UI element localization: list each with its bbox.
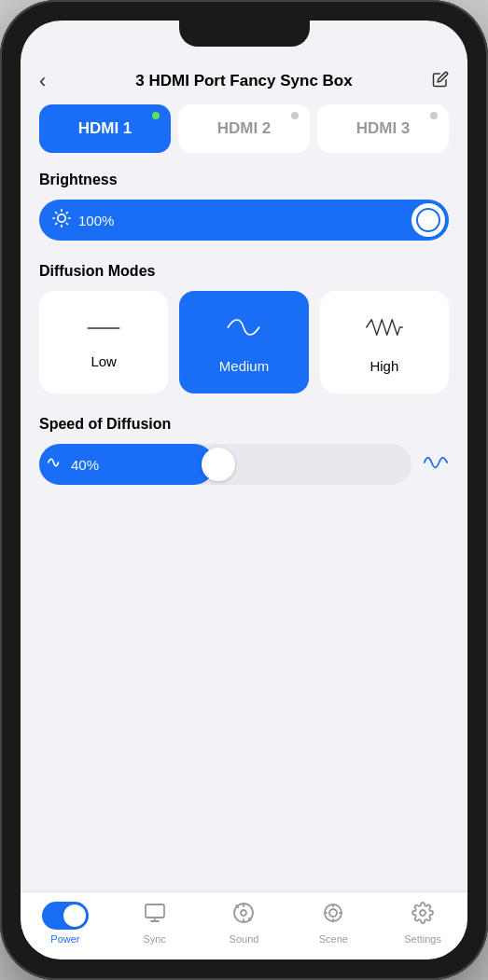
svg-point-0 [58, 214, 65, 221]
hdmi-tab-group: HDMI 1 HDMI 2 HDMI 3 [21, 104, 467, 168]
power-switch[interactable] [42, 902, 89, 930]
svg-point-24 [420, 910, 425, 916]
mode-medium[interactable]: Medium [179, 291, 308, 393]
phone-shell: ‹ 3 HDMI Port Fancy Sync Box HDMI 1 HDMI… [0, 0, 488, 980]
power-toggle[interactable] [42, 902, 89, 930]
diffusion-mode-group: Low Medium [39, 291, 449, 393]
power-knob [63, 904, 86, 927]
brightness-thumb[interactable] [411, 203, 445, 237]
speed-thumb[interactable] [202, 448, 235, 481]
diffusion-title: Diffusion Modes [39, 263, 449, 280]
speed-value: 40% [71, 457, 99, 473]
tab-hdmi1[interactable]: HDMI 1 [39, 104, 171, 153]
nav-power[interactable]: Power [21, 902, 110, 945]
svg-point-13 [241, 910, 246, 916]
nav-sync[interactable]: Sync [110, 902, 200, 945]
sync-icon [144, 902, 166, 930]
header: ‹ 3 HDMI Port Fancy Sync Box [21, 62, 467, 104]
settings-icon [411, 902, 434, 930]
tab-hdmi2[interactable]: HDMI 2 [178, 104, 310, 153]
speed-row: 40% [39, 444, 449, 485]
main-content: Brightness 100% [21, 168, 467, 891]
hdmi3-status-dot [430, 112, 438, 119]
mode-low-label: Low [91, 353, 117, 369]
svg-point-18 [329, 909, 337, 917]
speed-wave-icon [47, 453, 65, 476]
svg-line-7 [56, 223, 57, 224]
hdmi2-status-dot [291, 112, 299, 119]
tab-hdmi3[interactable]: HDMI 3 [317, 104, 449, 153]
page-title: 3 HDMI Port Fancy Sync Box [69, 72, 419, 90]
nav-settings[interactable]: Settings [378, 902, 467, 945]
mode-high-label: High [369, 358, 398, 374]
scene-label: Scene [319, 933, 348, 945]
brightness-thumb-inner [416, 208, 440, 232]
brightness-value: 100% [78, 213, 411, 228]
edit-button[interactable] [419, 71, 449, 92]
low-wave-icon [85, 316, 122, 346]
mode-medium-label: Medium [219, 358, 269, 374]
speed-preview-icon [423, 449, 449, 479]
brightness-icon [52, 209, 71, 232]
mode-low[interactable]: Low [39, 291, 168, 393]
speed-slider[interactable]: 40% [39, 444, 411, 485]
svg-line-3 [56, 212, 57, 213]
high-wave-icon [364, 311, 405, 351]
hdmi1-status-dot [152, 112, 160, 119]
nav-sound[interactable]: Sound [200, 902, 289, 945]
back-button[interactable]: ‹ [39, 69, 69, 93]
speed-title: Speed of Diffusion [39, 416, 449, 433]
settings-label: Settings [404, 933, 441, 945]
sync-label: Sync [143, 933, 165, 945]
brightness-slider[interactable]: 100% [39, 200, 449, 241]
bottom-nav: Power Sync [21, 891, 467, 959]
brightness-title: Brightness [39, 172, 449, 188]
svg-line-8 [66, 212, 67, 213]
svg-line-4 [66, 223, 67, 224]
medium-wave-icon [225, 311, 262, 351]
mode-high[interactable]: High [320, 291, 449, 393]
power-label: Power [50, 933, 79, 945]
nav-scene[interactable]: Scene [288, 902, 378, 945]
scene-icon [322, 902, 344, 930]
phone-screen: ‹ 3 HDMI Port Fancy Sync Box HDMI 1 HDMI… [21, 21, 467, 959]
svg-rect-9 [146, 904, 164, 918]
sound-label: Sound [230, 933, 259, 945]
notch [179, 21, 310, 47]
sound-icon [232, 902, 255, 930]
